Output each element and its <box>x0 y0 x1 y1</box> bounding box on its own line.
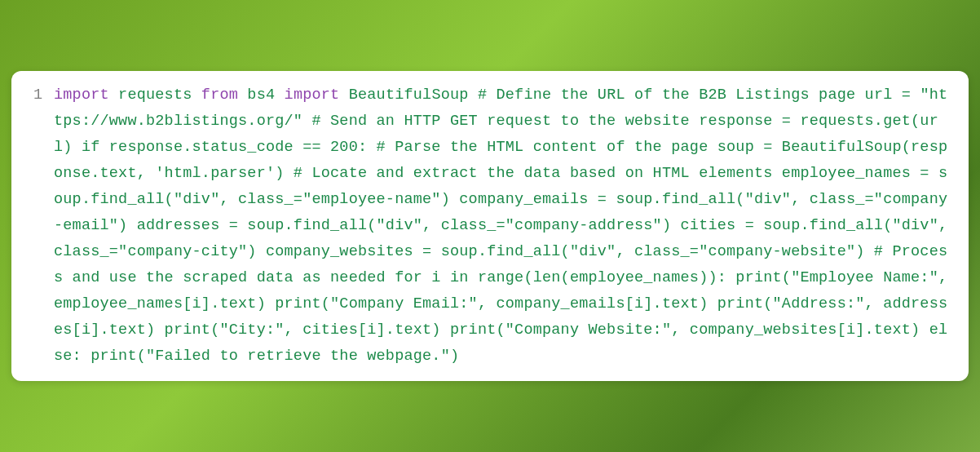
keyword-token: from <box>201 86 238 104</box>
keyword-token: import <box>54 86 109 104</box>
line-number: 1 <box>33 86 42 104</box>
line-number-gutter: 1 <box>20 82 54 370</box>
code-token: requests <box>109 86 201 104</box>
code-block: 1 import requests from bs4 import Beauti… <box>11 71 969 381</box>
keyword-token: import <box>285 86 340 104</box>
code-token: BeautifulSoup # Define the URL of the B2… <box>54 86 947 365</box>
code-content: import requests from bs4 import Beautifu… <box>54 82 954 370</box>
code-token: bs4 <box>238 86 285 104</box>
